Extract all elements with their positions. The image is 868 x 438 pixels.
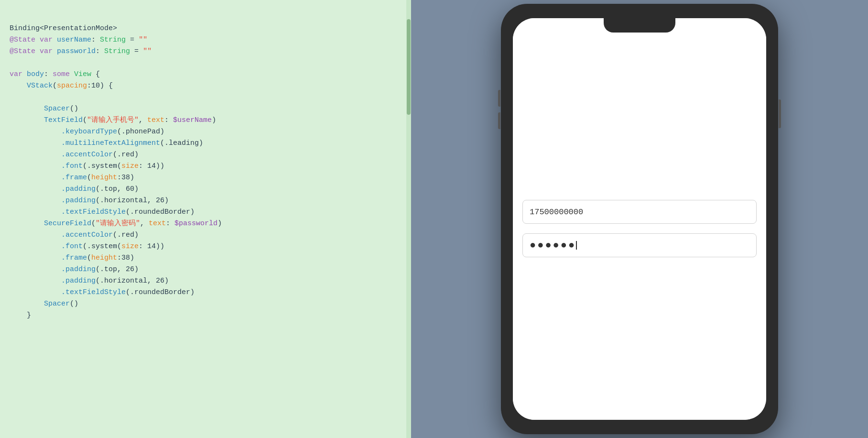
preview-panel: 17500000000 ●●●●●●	[411, 0, 868, 438]
code-line	[10, 57, 401, 69]
code-line	[10, 92, 401, 103]
code-line: .accentColor(.red)	[10, 230, 401, 241]
code-line: .keyboardType(.phonePad)	[10, 126, 401, 138]
code-line: var body: some View {	[10, 69, 401, 80]
code-line: .frame(height:38)	[10, 172, 401, 184]
code-line: .textFieldStyle(.roundedBorder)	[10, 207, 401, 218]
password-cursor	[576, 241, 577, 250]
password-input[interactable]: ●●●●●●	[522, 233, 757, 257]
phone-side-buttons	[498, 90, 500, 135]
code-line: .padding(.top, 26)	[10, 264, 401, 275]
code-line: }	[10, 310, 401, 321]
phone-notch	[604, 18, 675, 33]
code-line: @State var passworld: String = ""	[10, 46, 401, 57]
code-line: .font(.system(size: 14))	[10, 161, 401, 172]
screen-content: 17500000000 ●●●●●●	[513, 18, 766, 420]
code-line: .accentColor(.red)	[10, 149, 401, 161]
scrollbar-thumb[interactable]	[407, 19, 411, 115]
code-line: .padding(.horizontal, 26)	[10, 275, 401, 287]
password-dots: ●●●●●●	[530, 240, 576, 252]
code-line: .frame(height:38)	[10, 252, 401, 264]
power-button	[779, 99, 781, 128]
volume-down-button	[498, 112, 500, 129]
code-line: TextField("请输入手机号", text: $userName)	[10, 115, 401, 126]
phone-device: 17500000000 ●●●●●●	[501, 4, 778, 434]
code-line: Binding<PresentationMode>	[10, 23, 401, 34]
code-line: .multilineTextAlignment(.leading)	[10, 138, 401, 149]
phone-number-input[interactable]: 17500000000	[522, 200, 757, 224]
code-line: .font(.system(size: 14))	[10, 241, 401, 252]
code-content: Binding<PresentationMode>@State var user…	[0, 0, 411, 331]
scrollbar[interactable]	[406, 0, 411, 438]
code-line: .textFieldStyle(.roundedBorder)	[10, 287, 401, 298]
code-line: SecureField("请输入密码", text: $passworld)	[10, 218, 401, 230]
code-line: Spacer()	[10, 103, 401, 115]
phone-screen: 17500000000 ●●●●●●	[513, 18, 766, 420]
phone-number-value: 17500000000	[530, 208, 583, 217]
code-line: .padding(.horizontal, 26)	[10, 195, 401, 207]
code-line: Spacer()	[10, 298, 401, 310]
input-area: 17500000000 ●●●●●●	[522, 200, 757, 257]
code-line: @State var userName: String = ""	[10, 34, 401, 46]
code-line: .padding(.top, 60)	[10, 184, 401, 195]
code-panel: Binding<PresentationMode>@State var user…	[0, 0, 411, 438]
volume-up-button	[498, 90, 500, 107]
code-line: VStack(spacing:10) {	[10, 80, 401, 92]
